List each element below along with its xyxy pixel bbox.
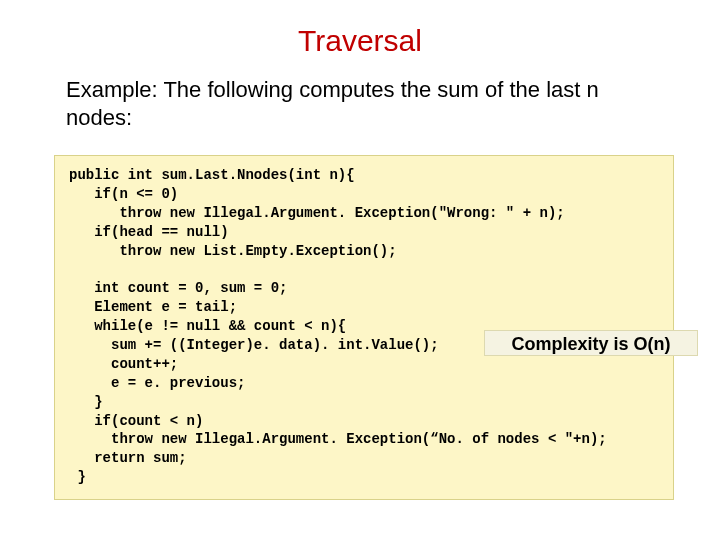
slide: Traversal Example: The following compute…: [0, 0, 720, 540]
slide-title: Traversal: [0, 0, 720, 58]
example-description: Example: The following computes the sum …: [66, 76, 660, 131]
complexity-callout: Complexity is O(n): [484, 330, 698, 356]
code-listing: public int sum.Last.Nnodes(int n){ if(n …: [69, 166, 663, 487]
code-box: public int sum.Last.Nnodes(int n){ if(n …: [54, 155, 674, 500]
